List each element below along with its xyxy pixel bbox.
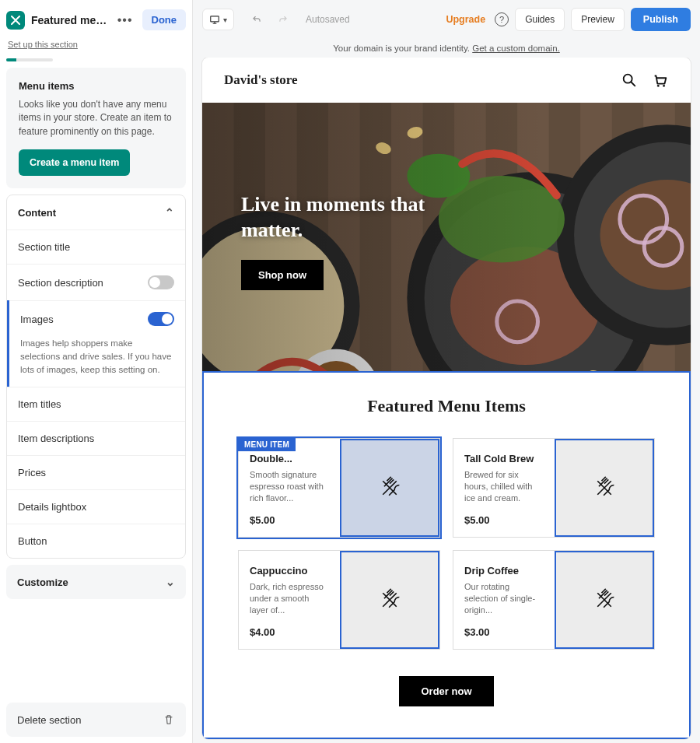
banner-text: Your domain is your brand identity. — [333, 44, 472, 53]
setup-progress — [6, 58, 53, 61]
menu-item-price: $5.00 — [464, 514, 544, 526]
editor-sidebar: Featured menu it... ••• Done Set up this… — [0, 0, 193, 743]
hero-title: Live in moments thatmatter. — [241, 192, 425, 243]
menu-item-description: Smooth signature espresso roast with ric… — [250, 469, 329, 503]
autosaved-label: Autosaved — [306, 14, 350, 25]
topbar: ▾ Autosaved Upgrade ? Guides Preview Pub… — [193, 0, 700, 39]
viewport-selector[interactable]: ▾ — [202, 9, 234, 30]
menu-item-description: Brewed for six hours, chilled with ice a… — [464, 469, 544, 503]
search-icon[interactable] — [621, 72, 638, 89]
content-heading: Content — [18, 207, 56, 219]
publish-button[interactable]: Publish — [631, 8, 691, 31]
cart-icon[interactable] — [652, 72, 669, 89]
menu-item-price: $4.00 — [250, 626, 329, 638]
content-header[interactable]: Content ⌃ — [7, 195, 185, 230]
shop-now-button[interactable]: Shop now — [241, 260, 324, 290]
preview-button[interactable]: Preview — [571, 8, 625, 31]
menu-item-image-placeholder[interactable] — [555, 439, 654, 537]
row-label: Details lightbox — [18, 501, 86, 513]
main-area: ▾ Autosaved Upgrade ? Guides Preview Pub… — [193, 0, 700, 743]
delete-section-button[interactable]: Delete section — [6, 703, 186, 737]
svg-rect-0 — [211, 16, 219, 22]
menu-item-image-placeholder[interactable] — [340, 439, 439, 537]
menu-items-panel: Menu items Looks like you don't have any… — [6, 68, 186, 188]
row-label: Section description — [18, 277, 103, 289]
menu-item-card[interactable]: Cappuccino Dark, rich espresso under a s… — [238, 550, 440, 650]
row-label: Item titles — [18, 398, 61, 410]
row-label: Section title — [18, 241, 70, 253]
sidebar-header: Featured menu it... ••• Done — [6, 6, 186, 33]
create-menu-item-button[interactable]: Create a menu item — [19, 149, 130, 176]
done-button[interactable]: Done — [142, 9, 187, 30]
menu-item-description: Dark, rich espresso under a smooth layer… — [250, 581, 329, 615]
images-help-text: Images help shoppers make selections and… — [9, 337, 185, 387]
chevron-up-icon: ⌃ — [165, 206, 174, 219]
redo-button[interactable] — [271, 9, 295, 30]
panel-heading: Menu items — [19, 80, 173, 92]
utensils-icon — [593, 588, 616, 612]
menu-item-image-placeholder[interactable] — [555, 551, 654, 649]
content-card: Content ⌃ Section title Section descript… — [6, 195, 186, 559]
row-label: Button — [18, 535, 47, 547]
utensils-icon — [378, 588, 401, 612]
get-domain-link[interactable]: Get a custom domain. — [472, 44, 560, 53]
chevron-down-icon: ⌄ — [166, 576, 175, 588]
domain-banner: Your domain is your brand identity. Get … — [193, 39, 700, 58]
site-title: David's store — [224, 72, 298, 88]
section-description-toggle[interactable] — [148, 275, 174, 289]
row-label: Prices — [18, 467, 46, 478]
menu-item-card[interactable]: Drip Coffee Our rotating selection of si… — [453, 550, 655, 650]
menu-item-card[interactable]: MENU ITEM Double... Smooth signature esp… — [238, 438, 440, 538]
row-button[interactable]: Button — [7, 524, 185, 558]
delete-label: Delete section — [17, 714, 81, 726]
menu-item-tag: MENU ITEM — [238, 438, 296, 451]
close-icon[interactable] — [6, 11, 25, 30]
guides-button[interactable]: Guides — [515, 8, 565, 31]
upgrade-link[interactable]: Upgrade — [446, 14, 485, 25]
order-now-button[interactable]: Order now — [399, 676, 493, 706]
hero-content: Live in moments thatmatter. Shop now — [241, 192, 425, 290]
section-name: Featured menu it... — [31, 14, 108, 26]
featured-heading: Featured Menu Items — [219, 396, 674, 416]
row-prices[interactable]: Prices — [7, 455, 185, 489]
featured-section[interactable]: Featured Menu Items MENU ITEM Double... … — [202, 371, 691, 739]
row-section-description[interactable]: Section description — [7, 264, 185, 300]
row-details-lightbox[interactable]: Details lightbox — [7, 489, 185, 524]
customize-label: Customize — [17, 577, 68, 588]
menu-item-title: Drip Coffee — [464, 565, 544, 577]
chevron-down-icon: ▾ — [223, 16, 227, 24]
menu-item-title: Double... — [250, 453, 329, 464]
utensils-icon — [378, 476, 401, 499]
svg-point-1 — [624, 75, 632, 83]
menu-item-card[interactable]: Tall Cold Brew Brewed for six hours, chi… — [453, 438, 655, 538]
menu-item-title: Tall Cold Brew — [464, 453, 544, 464]
row-section-title[interactable]: Section title — [7, 230, 185, 264]
row-item-titles[interactable]: Item titles — [7, 387, 185, 421]
menu-item-image-placeholder[interactable] — [340, 551, 439, 649]
site-canvas: David's store — [202, 58, 691, 739]
help-icon[interactable]: ? — [495, 12, 509, 26]
more-icon[interactable]: ••• — [114, 13, 136, 27]
undo-button[interactable] — [245, 9, 268, 30]
row-label: Images — [20, 314, 54, 325]
panel-body: Looks like you don't have any menu items… — [19, 98, 173, 138]
menu-grid: MENU ITEM Double... Smooth signature esp… — [238, 438, 655, 650]
setup-link[interactable]: Set up this section — [6, 40, 186, 49]
menu-item-title: Cappuccino — [250, 565, 329, 577]
menu-item-description: Our rotating selection of single-origin.… — [464, 581, 544, 615]
menu-item-price: $5.00 — [250, 514, 329, 526]
menu-item-price: $3.00 — [464, 626, 544, 638]
svg-point-2 — [657, 85, 660, 87]
site-header: David's store — [202, 58, 691, 103]
row-label: Item descriptions — [18, 433, 94, 444]
hero-section: Live in moments thatmatter. Shop now — [202, 103, 691, 371]
trash-icon — [163, 713, 175, 726]
svg-point-3 — [663, 85, 665, 87]
row-images-header[interactable]: Images — [9, 300, 185, 337]
images-toggle[interactable] — [148, 312, 174, 326]
row-item-descriptions[interactable]: Item descriptions — [7, 421, 185, 455]
utensils-icon — [593, 476, 616, 499]
row-images: Images Images help shoppers make selecti… — [7, 300, 185, 387]
customize-section[interactable]: Customize ⌄ — [6, 565, 186, 599]
